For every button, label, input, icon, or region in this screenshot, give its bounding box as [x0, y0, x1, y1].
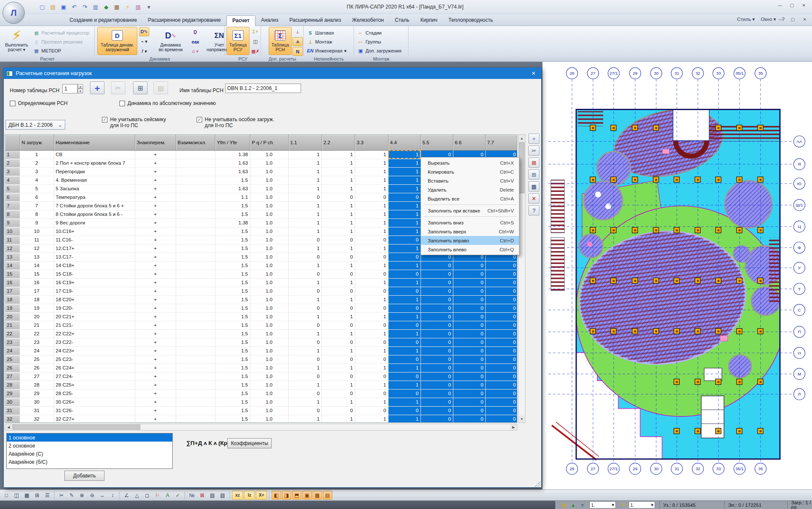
table-cell[interactable]: 0: [355, 287, 388, 295]
table-cell[interactable]: 0: [453, 278, 485, 287]
table-cell[interactable]: 1.63: [215, 184, 250, 193]
table-row[interactable]: 303030 С26++1.51.01111000: [5, 398, 517, 406]
open-file-icon[interactable]: ▤: [48, 2, 58, 12]
meteor-button[interactable]: ▦МЕТЕОР: [33, 47, 61, 55]
table-cell[interactable]: 0: [388, 236, 420, 244]
table-cell[interactable]: 1.5: [215, 227, 250, 236]
table-cell[interactable]: 0: [355, 304, 388, 312]
support-button[interactable]: ⟂: [293, 27, 303, 36]
table-cell[interactable]: +: [135, 355, 176, 364]
table-cell[interactable]: 0: [420, 278, 453, 287]
table-cell[interactable]: 1.5: [215, 304, 250, 312]
table-cell[interactable]: [176, 193, 215, 201]
table-cell[interactable]: 1: [288, 295, 322, 304]
eak-button[interactable]: eак: [190, 37, 200, 46]
table-cell[interactable]: 8: [5, 210, 20, 218]
table-name-input[interactable]: DBN B.1.2 - 2:2006_1: [225, 84, 301, 93]
table-cell[interactable]: 0: [420, 381, 453, 389]
table-cell[interactable]: 0: [485, 389, 517, 398]
ignore-special-checkbox[interactable]: ✓Не учитывать особое загруж.для II-го ПС: [197, 116, 274, 128]
time-dynamics-button[interactable]: D∿ Динамикаво времени: [152, 27, 189, 55]
calc-processor-button[interactable]: ▦Расчетный процессор: [33, 29, 89, 37]
resize-grip[interactable]: [535, 481, 541, 487]
table-cell[interactable]: 0: [288, 389, 322, 398]
table-cell[interactable]: [176, 184, 215, 193]
table-cell[interactable]: 1.0: [250, 253, 288, 261]
table-cell[interactable]: 0: [485, 406, 517, 415]
menu-item-заполнить-вправо[interactable]: Заполнить вправоCtrl+D: [421, 236, 519, 245]
menu-item-заполнить-вниз[interactable]: Заполнить внизCtrl+S: [421, 218, 519, 227]
table-cell[interactable]: 1.0: [250, 218, 288, 227]
table-cell[interactable]: 1: [355, 278, 388, 287]
table-cell[interactable]: 1: [288, 346, 322, 355]
table-cell[interactable]: 13: [5, 253, 20, 261]
table-cell[interactable]: 1: [322, 218, 355, 227]
table-cell[interactable]: 1: [322, 346, 355, 355]
table-cell[interactable]: 20: [20, 312, 54, 321]
table-cell[interactable]: 1.5: [215, 236, 250, 244]
table-cell[interactable]: [176, 244, 215, 253]
table-row[interactable]: 151515 С18-+1.51.00000000: [5, 270, 517, 278]
norm-select[interactable]: ДБН В.1.2 - 2:2006⌄: [6, 120, 65, 130]
table-cell[interactable]: 1.0: [250, 312, 288, 321]
pane-all-icon[interactable]: ▩: [313, 491, 322, 500]
table-cell[interactable]: +: [135, 287, 176, 295]
table-cell[interactable]: 13.С17-: [54, 253, 135, 261]
add-table-button[interactable]: ＋: [90, 81, 104, 94]
table-cell[interactable]: 0: [420, 355, 453, 364]
table-cell[interactable]: 1: [355, 346, 388, 355]
table-cell[interactable]: 0: [388, 287, 420, 295]
table-cell[interactable]: 1: [388, 176, 420, 184]
table-cell[interactable]: 1: [355, 329, 388, 338]
table-row[interactable]: 272727 С24-+1.51.00000000: [5, 372, 517, 381]
table-cell[interactable]: 0: [453, 372, 485, 381]
table-cell[interactable]: [176, 201, 215, 210]
table-cell[interactable]: 1: [388, 167, 420, 176]
table-cell[interactable]: 11: [5, 236, 20, 244]
table-row[interactable]: 191919 С20-+1.51.00000000: [5, 304, 517, 312]
table-cell[interactable]: 9 Вес дороги: [54, 218, 135, 227]
table-cell[interactable]: 25: [20, 355, 54, 364]
table-row[interactable]: 181818 С20++1.51.01111000: [5, 295, 517, 304]
table-cell[interactable]: 1: [322, 227, 355, 236]
table-cell[interactable]: +: [135, 364, 176, 372]
table-cell[interactable]: 0: [355, 355, 388, 364]
triangle-icon[interactable]: △: [132, 491, 142, 500]
table-cell[interactable]: [176, 261, 215, 270]
table-number-input[interactable]: 1: [62, 84, 78, 93]
table-cell[interactable]: 21: [5, 321, 20, 329]
table-cell[interactable]: 1: [288, 261, 322, 270]
table-row[interactable]: 262626 С24++1.51.01111000: [5, 364, 517, 372]
menu-item-выделить-все[interactable]: Выделить всеCtrl+A: [421, 194, 519, 203]
table-cell[interactable]: 0: [453, 415, 485, 423]
table-cell[interactable]: 1: [288, 381, 322, 389]
table-cell[interactable]: 0: [420, 415, 453, 423]
table-cell[interactable]: 0: [453, 406, 485, 415]
table-cell[interactable]: 15: [20, 270, 54, 278]
tool-icon[interactable]: ⚒: [619, 501, 628, 509]
column-header[interactable]: 7.7: [485, 135, 517, 150]
table-cell[interactable]: 1: [288, 227, 322, 236]
table-cell[interactable]: 0: [485, 287, 517, 295]
table-cell[interactable]: 5: [5, 184, 20, 193]
up-level-icon[interactable]: ▲: [569, 501, 577, 509]
block-select[interactable]: 1.▾: [629, 501, 655, 509]
table-cell[interactable]: 1: [322, 150, 355, 159]
table-row[interactable]: 222222 С22++1.51.01111000: [5, 329, 517, 338]
table-cell[interactable]: 1: [388, 312, 420, 321]
table-cell[interactable]: 1: [5, 150, 20, 159]
table-cell[interactable]: 32: [20, 415, 54, 423]
dialog-title-bar[interactable]: Расчетные сочетания нагрузок ✕: [4, 68, 541, 79]
table-cell[interactable]: 1: [388, 261, 420, 270]
table-cell[interactable]: [176, 398, 215, 406]
table-cell[interactable]: 0: [288, 355, 322, 364]
table-cell[interactable]: +: [135, 193, 176, 201]
table-cell[interactable]: 11: [20, 236, 54, 244]
table-cell[interactable]: [176, 159, 215, 167]
table-row[interactable]: 323232 С27++1.51.01111000: [5, 415, 517, 423]
mdi-minimize-button[interactable]: —: [775, 16, 786, 23]
axis-x-toggle[interactable]: X=: [256, 491, 267, 500]
list-item[interactable]: Аварийное (б/С): [7, 458, 172, 466]
table-cell[interactable]: 1.0: [250, 193, 288, 201]
table-cell[interactable]: 1: [355, 167, 388, 176]
